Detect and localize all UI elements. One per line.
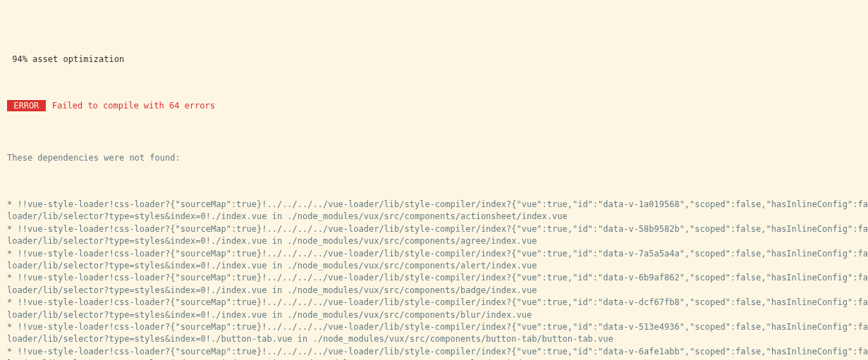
dep-entry-first: * !!vue-style-loader!css-loader?{"source… xyxy=(7,272,861,284)
dep-entry-first: * !!vue-style-loader!css-loader?{"source… xyxy=(7,346,861,358)
dep-entry-first: * !!vue-style-loader!css-loader?{"source… xyxy=(7,223,861,235)
dep-entry-second: loader/lib/selector?type=styles&index=0!… xyxy=(7,309,861,321)
dep-entry-first: * !!vue-style-loader!css-loader?{"source… xyxy=(7,248,861,260)
error-message: Failed to compile with 64 errors xyxy=(47,101,215,111)
dep-entry-first: * !!vue-style-loader!css-loader?{"source… xyxy=(7,321,861,333)
error-line: ERROR Failed to compile with 64 errors xyxy=(7,100,861,112)
dep-entry-second: loader/lib/selector?type=styles&index=0!… xyxy=(7,285,861,297)
dep-entry-first: * !!vue-style-loader!css-loader?{"source… xyxy=(7,297,861,309)
dep-entry-second: loader/lib/selector?type=styles&index=0!… xyxy=(7,260,861,272)
error-badge: ERROR xyxy=(7,100,46,111)
dep-entry-first: * !!vue-style-loader!css-loader?{"source… xyxy=(7,199,861,211)
dep-entry-second: loader/lib/selector?type=styles&index=0!… xyxy=(7,333,861,345)
build-progress: 94% asset optimization xyxy=(7,54,861,66)
dep-entry-second: loader/lib/selector?type=styles&index=0!… xyxy=(7,235,861,247)
missing-dependencies: * !!vue-style-loader!css-loader?{"source… xyxy=(7,199,861,360)
dep-entry-second: loader/lib/selector?type=styles&index=0!… xyxy=(7,211,861,223)
deps-intro: These dependencies were not found: xyxy=(7,152,861,164)
